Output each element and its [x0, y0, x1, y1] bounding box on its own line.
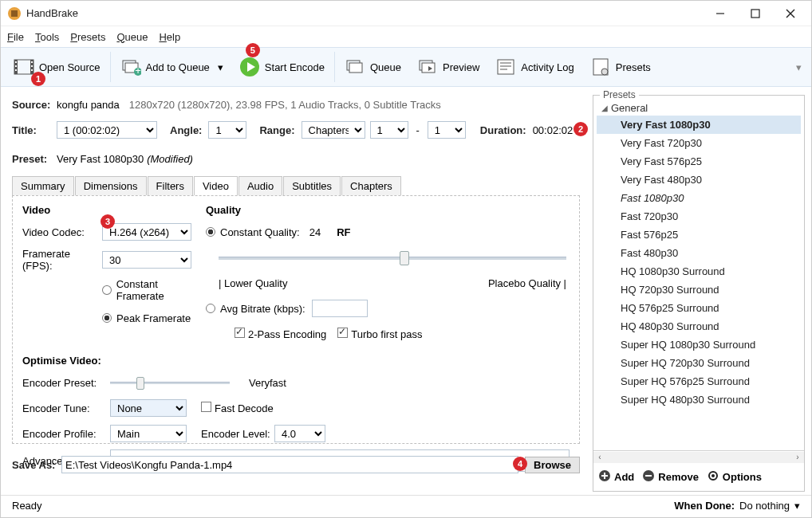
preset-group-general[interactable]: ◢ General	[597, 100, 801, 116]
avg-bitrate-input[interactable]	[312, 300, 368, 317]
preset-value: Very Fast 1080p30	[57, 153, 144, 165]
when-done-value[interactable]: Do nothing	[739, 500, 790, 512]
marker-2: 2	[574, 122, 588, 136]
preset-item[interactable]: HQ 576p25 Surround	[597, 299, 801, 317]
framerate-select[interactable]: 30	[102, 251, 191, 269]
preview-label: Preview	[443, 61, 479, 73]
start-encode-label: Start Encode	[265, 61, 325, 73]
preset-item[interactable]: Fast 720p30	[597, 207, 801, 226]
preset-item[interactable]: Fast 480p30	[597, 244, 801, 262]
queue-button[interactable]: Queue	[337, 48, 409, 86]
preset-item[interactable]: Very Fast 480p30	[597, 171, 801, 189]
start-encode-button[interactable]: Start Encode 5	[231, 48, 333, 86]
svg-line-4	[786, 10, 794, 18]
range-type-select[interactable]: Chapters	[302, 121, 365, 139]
encoder-level-select[interactable]: 4.0	[274, 425, 325, 442]
preset-add-button[interactable]: Add	[598, 469, 634, 485]
chevron-down-icon[interactable]: ▾	[218, 61, 223, 73]
toolbar-overflow-icon[interactable]: ▾	[791, 61, 806, 73]
quality-slider[interactable]	[219, 257, 566, 260]
presets-button[interactable]: Presets	[582, 48, 659, 86]
encoder-tune-select[interactable]: None	[110, 399, 187, 417]
menu-bar: File Tools Presets Queue Help	[1, 26, 811, 47]
preset-item[interactable]: HQ 480p30 Surround	[597, 317, 801, 336]
preset-options-button[interactable]: Options	[707, 469, 762, 485]
add-icon	[598, 469, 611, 485]
constant-quality-value: 24	[309, 226, 321, 238]
preset-item[interactable]: Super HQ 576p25 Surround	[597, 372, 801, 390]
tab-dimensions[interactable]: Dimensions	[75, 176, 147, 195]
gear-icon	[707, 469, 719, 485]
preset-item[interactable]: Super HQ 480p30 Surround	[597, 390, 801, 409]
two-pass-label: 2-Pass Encoding	[248, 328, 326, 340]
status-text: Ready	[12, 500, 42, 512]
preset-item[interactable]: Super HQ 720p30 Surround	[597, 354, 801, 372]
preset-item[interactable]: Very Fast 576p25	[597, 152, 801, 171]
menu-tools[interactable]: Tools	[35, 31, 59, 43]
preset-item[interactable]: HQ 720p30 Surround	[597, 281, 801, 299]
video-section-header: Video	[22, 204, 206, 216]
preset-remove-button[interactable]: Remove	[642, 469, 699, 485]
svg-rect-12	[31, 61, 33, 63]
tab-subtitles[interactable]: Subtitles	[283, 176, 341, 195]
play-icon	[239, 57, 260, 77]
remove-icon	[642, 469, 655, 485]
constant-quality-radio[interactable]	[206, 227, 215, 237]
angle-select[interactable]: 1	[208, 121, 246, 139]
presets-scroll[interactable]: ◢ General Very Fast 1080p30Very Fast 720…	[593, 96, 804, 450]
preview-icon	[417, 57, 438, 77]
preset-item[interactable]: Fast 1080p30	[597, 189, 801, 207]
browse-button[interactable]: Browse	[525, 457, 580, 473]
status-bar: Ready When Done: Do nothing ▾	[1, 495, 811, 516]
constant-framerate-label: Constant Framerate	[116, 278, 206, 302]
activity-log-button[interactable]: Activity Log	[487, 48, 581, 86]
video-codec-label: Video Codec:	[22, 226, 102, 238]
svg-rect-11	[15, 69, 17, 71]
range-from-select[interactable]: 1	[370, 121, 408, 139]
tab-filters[interactable]: Filters	[148, 176, 193, 195]
minimize-button[interactable]	[703, 2, 738, 26]
preset-item[interactable]: Super HQ 1080p30 Surround	[597, 336, 801, 354]
menu-file[interactable]: File	[7, 31, 24, 43]
close-button[interactable]	[773, 2, 808, 26]
chevron-down-icon[interactable]: ▾	[794, 500, 800, 512]
video-codec-select[interactable]: H.264 (x264)	[102, 223, 191, 241]
preset-item[interactable]: HQ 1080p30 Surround	[597, 262, 801, 281]
constant-quality-label: Constant Quality:	[220, 226, 300, 238]
menu-queue[interactable]: Queue	[116, 31, 148, 43]
turbo-checkbox[interactable]	[337, 328, 348, 338]
title-label: Title:	[12, 124, 57, 136]
optimise-header: Optimise Video:	[22, 355, 570, 367]
maximize-button[interactable]	[738, 2, 773, 26]
add-to-queue-button[interactable]: + Add to Queue ▾	[112, 48, 231, 86]
peak-framerate-radio[interactable]	[102, 313, 112, 323]
fast-decode-checkbox[interactable]	[201, 402, 211, 412]
preset-item[interactable]: Fast 576p25	[597, 226, 801, 244]
preset-modified: (Modified)	[147, 153, 193, 165]
constant-framerate-radio[interactable]	[102, 285, 112, 295]
tab-chapters[interactable]: Chapters	[341, 176, 401, 195]
tab-summary[interactable]: Summary	[12, 176, 74, 195]
menu-help[interactable]: Help	[159, 31, 180, 43]
encoder-preset-slider[interactable]	[110, 382, 230, 384]
open-source-label: Open Source	[39, 61, 101, 73]
presets-horizontal-scrollbar[interactable]: ‹›	[593, 450, 804, 463]
open-source-button[interactable]: Open Source 1	[6, 48, 108, 86]
marker-3: 3	[101, 214, 115, 229]
svg-rect-14	[31, 69, 33, 71]
tab-video[interactable]: Video	[194, 176, 238, 195]
range-to-select[interactable]: 1	[428, 121, 466, 139]
save-as-input[interactable]	[61, 456, 518, 473]
tab-audio[interactable]: Audio	[238, 176, 282, 195]
avg-bitrate-radio[interactable]	[206, 304, 215, 313]
preview-button[interactable]: Preview	[409, 48, 487, 86]
menu-presets[interactable]: Presets	[70, 31, 105, 43]
title-select[interactable]: 1 (00:02:02)	[57, 121, 157, 139]
encoder-profile-select[interactable]: Main	[110, 425, 187, 442]
lower-quality-label: | Lower Quality	[219, 277, 287, 289]
preset-item[interactable]: Very Fast 720p30	[597, 134, 801, 152]
two-pass-checkbox[interactable]	[235, 328, 245, 338]
svg-point-38	[711, 474, 715, 477]
framerate-label: Framerate (FPS):	[22, 248, 102, 272]
preset-item[interactable]: Very Fast 1080p30	[597, 116, 801, 134]
